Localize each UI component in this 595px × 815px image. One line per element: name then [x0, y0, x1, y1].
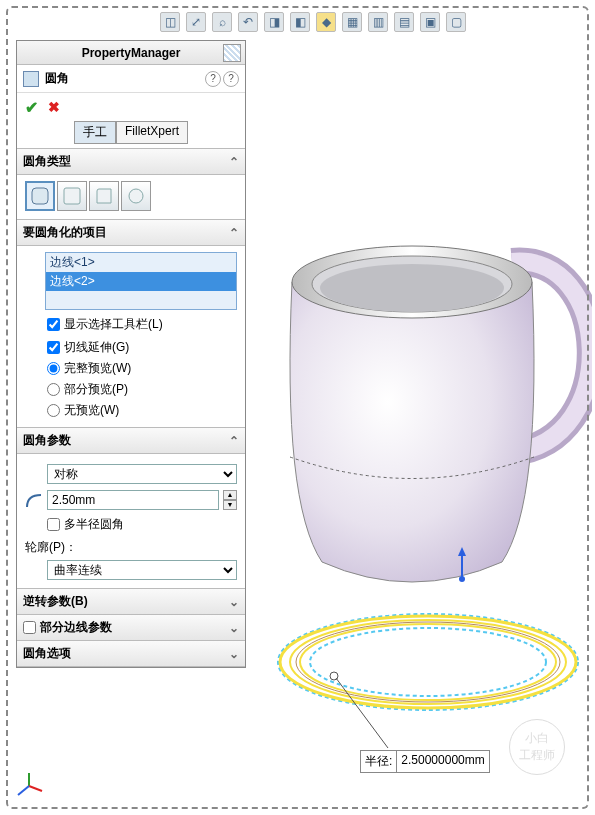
section-fillet-type[interactable]: 圆角类型 ⌃ — [17, 148, 245, 175]
section-fillet-options[interactable]: 圆角选项 ⌄ — [17, 641, 245, 667]
list-item[interactable]: 边线<1> — [46, 253, 236, 272]
no-preview-radio[interactable] — [47, 404, 60, 417]
chevron-up-icon: ⌃ — [229, 434, 239, 448]
partial-preview-radio[interactable] — [47, 383, 60, 396]
svg-line-13 — [336, 678, 388, 748]
chevron-up-icon: ⌃ — [229, 155, 239, 169]
partial-edge-checkbox[interactable] — [23, 621, 36, 634]
callout-label: 半径: — [361, 751, 397, 772]
display-style-icon[interactable]: ◆ — [316, 12, 336, 32]
pm-header: PropertyManager — [17, 41, 245, 65]
svg-point-7 — [280, 616, 576, 708]
model-mug[interactable] — [262, 82, 592, 602]
feature-name: 圆角 — [45, 70, 69, 87]
callout-value[interactable]: 2.50000000mm — [397, 751, 488, 772]
tab-manual[interactable]: 手工 — [74, 121, 116, 144]
radius-callout[interactable]: 半径: 2.50000000mm — [360, 750, 490, 773]
prev-view-icon[interactable]: ↶ — [238, 12, 258, 32]
chevron-down-icon: ⌄ — [229, 595, 239, 609]
section-items-to-fillet[interactable]: 要圆角化的项目 ⌃ — [17, 219, 245, 246]
variable-fillet-icon[interactable] — [57, 181, 87, 211]
tangent-propagation-checkbox[interactable] — [47, 341, 60, 354]
section-view-icon[interactable]: ◨ — [264, 12, 284, 32]
view-orient-icon[interactable]: ◧ — [290, 12, 310, 32]
mode-tabs: 手工 FilletXpert — [17, 121, 245, 144]
zoom-area-icon[interactable]: ⌕ — [212, 12, 232, 32]
svg-rect-15 — [64, 188, 80, 204]
chevron-up-icon: ⌃ — [229, 226, 239, 240]
radius-input[interactable] — [47, 490, 219, 510]
spin-up-icon[interactable]: ▲ — [223, 490, 237, 500]
callout-leader — [328, 670, 428, 760]
heads-up-toolbar: ◫ ⤢ ⌕ ↶ ◨ ◧ ◆ ▦ ▥ ▤ ▣ ▢ — [160, 12, 466, 32]
profile-label: 轮廓(P)： — [25, 539, 237, 556]
view-triad[interactable] — [14, 771, 44, 801]
section-fillet-params[interactable]: 圆角参数 ⌃ — [17, 427, 245, 454]
full-round-fillet-icon[interactable] — [121, 181, 151, 211]
constant-fillet-icon[interactable] — [25, 181, 55, 211]
svg-line-19 — [18, 786, 29, 795]
full-preview-radio[interactable] — [47, 362, 60, 375]
multi-radius-checkbox[interactable] — [47, 518, 60, 531]
show-selection-toolbar-checkbox[interactable] — [47, 318, 60, 331]
edge-selection-list[interactable]: 边线<1> 边线<2> — [45, 252, 237, 310]
list-item[interactable]: 边线<2> — [46, 272, 236, 291]
spin-down-icon[interactable]: ▼ — [223, 500, 237, 510]
cancel-button[interactable]: ✖ — [48, 99, 60, 115]
radius-icon — [25, 491, 43, 509]
symmetric-select[interactable]: 对称 — [47, 464, 237, 484]
feature-title-row: 圆角 ? ? — [17, 65, 245, 93]
help-dropdown-icon[interactable]: ? — [223, 71, 239, 87]
watermark-logo: 小白 工程师 — [509, 719, 565, 775]
selection-filter-icon[interactable] — [25, 252, 41, 268]
edit-appearance-icon[interactable]: ▥ — [368, 12, 388, 32]
fillet-preview-disc — [268, 592, 588, 732]
svg-point-2 — [320, 264, 504, 312]
ok-button[interactable]: ✔ — [25, 98, 38, 117]
view-plane-icon[interactable]: ◫ — [160, 12, 180, 32]
confirm-row: ✔ ✖ — [17, 93, 245, 121]
tab-filletxpert[interactable]: FilletXpert — [116, 121, 188, 144]
chevron-down-icon: ⌄ — [229, 621, 239, 635]
fillet-feature-icon — [23, 71, 39, 87]
hide-show-icon[interactable]: ▦ — [342, 12, 362, 32]
view-extra-icon[interactable]: ▢ — [446, 12, 466, 32]
svg-point-5 — [459, 576, 465, 582]
svg-rect-16 — [129, 189, 143, 203]
svg-rect-14 — [32, 188, 48, 204]
property-manager-panel: PropertyManager 圆角 ? ? ✔ ✖ 手工 FilletXper… — [16, 40, 246, 668]
view-settings-icon[interactable]: ▣ — [420, 12, 440, 32]
pm-title: PropertyManager — [82, 46, 181, 60]
apply-scene-icon[interactable]: ▤ — [394, 12, 414, 32]
chevron-down-icon: ⌄ — [229, 647, 239, 661]
section-reverse-params[interactable]: 逆转参数(B) ⌄ — [17, 588, 245, 615]
zoom-fit-icon[interactable]: ⤢ — [186, 12, 206, 32]
help-icon[interactable]: ? — [205, 71, 221, 87]
profile-select[interactable]: 曲率连续 — [47, 560, 237, 580]
fillet-type-icons — [25, 181, 237, 211]
pin-icon[interactable] — [223, 44, 241, 62]
section-partial-edge[interactable]: 部分边线参数 ⌄ — [17, 615, 245, 641]
svg-line-18 — [29, 786, 42, 791]
face-fillet-icon[interactable] — [89, 181, 119, 211]
